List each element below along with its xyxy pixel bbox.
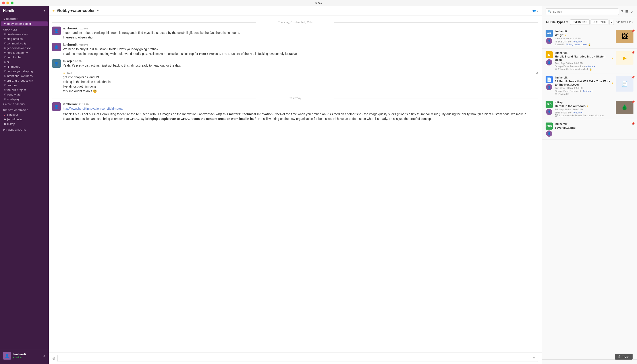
file-author-avatar: 👤 — [546, 84, 552, 90]
search-box[interactable]: 🔍 — [546, 8, 619, 15]
sidebar-item-mikep[interactable]: mikep — [1, 122, 48, 126]
message-content: iamheroik 4:10 PM We need to bury it in … — [63, 43, 538, 56]
file-author: iamheroik — [555, 122, 633, 126]
user-profile-area[interactable]: 👤 iamheroik ● online ▲ — [0, 349, 49, 362]
expand-icon[interactable]: ⤢ — [630, 10, 633, 14]
sidebar-item-blog-articles[interactable]: # blog-articles — [1, 36, 48, 41]
chat-messages: Thursday, October 2nd, 2014 👤 iamheroik … — [49, 16, 542, 352]
sidebar-item-hil[interactable]: # hil — [1, 60, 48, 64]
sidebar-item-label: biz-dev-mastery — [7, 32, 28, 36]
file-actions-link[interactable]: Actions ▾ — [583, 90, 593, 92]
help-icon[interactable]: ? — [621, 10, 623, 14]
sidebar-item-label: heroik-academy — [7, 51, 28, 54]
shared-channel-link[interactable]: #lobby-water-cooler — [566, 43, 587, 46]
channel-dropdown-icon[interactable]: ▼ — [97, 9, 99, 12]
pin-icon: 📌 — [631, 30, 635, 33]
file-actions-link[interactable]: Actions ▾ — [573, 111, 582, 114]
heart-icon: ♥ — [4, 114, 6, 116]
sidebar-item-heroik-mba[interactable]: # heroik-mba — [1, 55, 48, 60]
create-channel-link[interactable]: Create a channel... — [0, 102, 49, 106]
sidebar-item-biz-dev-mastery[interactable]: # biz-dev-mastery — [1, 32, 48, 36]
sidebar-item-honorary-cmdr-prog[interactable]: # honorary-cmdr-prog — [1, 69, 48, 74]
file-item-11-heroik-tools[interactable]: 📄 👤 iamheroik 11 Heroik Tools that Will … — [542, 74, 637, 98]
user-status: ● online — [13, 356, 43, 359]
sidebar-item-heroik-academy[interactable]: # heroik-academy — [1, 50, 48, 55]
add-attachment-button[interactable]: ⊕ — [52, 356, 56, 361]
file-item-heroik-brand-narrative[interactable]: ▶ 👤 iamheroik Heroik Brand Narrative Int… — [542, 49, 637, 74]
filter-more-button[interactable]: ▾ — [609, 20, 614, 25]
maximize-button[interactable] — [11, 2, 14, 4]
message-group-yesterday: 👤 iamheroik 12:24 PM http://www.heroikin… — [52, 102, 538, 121]
filter-everyone-tab[interactable]: EVERYONE — [570, 20, 590, 25]
eye-icon: 👁 — [555, 68, 557, 70]
trash-button[interactable]: 🗑 Trash — [615, 354, 632, 360]
starred-section-label: ★ STARRED — [0, 16, 49, 22]
file-actions-link[interactable]: Actions ▾ — [585, 65, 595, 68]
sidebar-item-intentional-wellness[interactable]: # intentional-wellness — [1, 74, 48, 78]
file-author-avatar: 👤 — [546, 109, 552, 115]
channel-prefix-icon: # — [4, 22, 6, 26]
workspace-header[interactable]: Heroik ▼ — [0, 6, 49, 16]
sidebar: Heroik ▼ ★ STARRED # lobby-water-cooler … — [0, 6, 49, 364]
message-time: 4:02 PM — [79, 27, 88, 30]
file-item-info: iamheroik WF.gif ★ Wed, Oct 1st at 3:35 … — [555, 30, 613, 46]
gif-file-icon: GIF — [546, 30, 553, 37]
sidebar-item-lobby-water-cooler[interactable]: # lobby-water-cooler — [1, 22, 48, 26]
file-shared: Shared in #lobby-water-cooler 🔒 — [555, 43, 613, 46]
file-date: Tue, Sept 30th at 8:06 PM — [555, 62, 613, 64]
title-bar: Slack — [0, 0, 637, 6]
dm-section-label: DIRECT MESSAGES — [0, 106, 49, 112]
message-time: 5:02 PM — [73, 60, 82, 62]
emoji-button[interactable]: ☺ — [532, 356, 536, 360]
sidebar-item-label: org-and-productivity — [7, 79, 33, 82]
file-name: WF.gif — [555, 34, 563, 37]
file-item-wf-gif[interactable]: GIF 👤 iamheroik WF.gif ★ Wed, Oct 1st at… — [542, 27, 637, 49]
close-button[interactable] — [2, 2, 5, 4]
message-link[interactable]: http://www.heroikinnovation.com/field-no… — [63, 106, 538, 111]
file-actions-link[interactable]: Actions ▾ — [573, 40, 582, 43]
file-item-heroik-outdoors[interactable]: JPG 👤 mikep Heroik in the outdoors ★ Fri… — [542, 98, 637, 120]
sidebar-item-org-and-productivity[interactable]: # org-and-productivity — [1, 78, 48, 83]
channel-star-icon[interactable]: ★ — [52, 9, 55, 12]
app-title: Slack — [315, 1, 322, 5]
sidebar-item-get-heroik-website[interactable]: # get-heroik-website — [1, 46, 48, 50]
file-item-info: iamheroik coverart1a.png — [555, 122, 633, 137]
status-dot-away — [4, 118, 6, 120]
minimize-button[interactable] — [7, 2, 9, 4]
workspace-name: Heroik — [3, 9, 14, 13]
file-name: Heroik Brand Narrative Intro - Sketch De… — [555, 55, 610, 62]
sidebar-item-the-ark-project[interactable]: # the-ark-project — [1, 88, 48, 92]
sidebar-item-jschultheiss[interactable]: jschultheiss — [1, 117, 48, 122]
list-icon[interactable]: ☰ — [625, 10, 628, 14]
chat-input[interactable] — [60, 356, 532, 360]
message-group: 👤 iamheroik 4:10 PM We need to bury it i… — [52, 43, 538, 56]
sidebar-item-trend-watch[interactable]: # trend-watch — [1, 92, 48, 97]
file-shared: 💬 1 comment 👁 Private file shared with y… — [555, 114, 613, 117]
file-type-dropdown[interactable]: All File Types ▾ — [546, 20, 568, 24]
filter-just-you-tab[interactable]: JUST YOU — [590, 20, 608, 25]
message-header: iamheroik 4:02 PM — [63, 26, 538, 30]
search-input[interactable] — [553, 10, 616, 13]
add-new-file-button[interactable]: Add New File ▾ — [615, 20, 633, 24]
sidebar-item-label: hil — [7, 60, 10, 64]
user-info: iamheroik ● online — [13, 353, 43, 359]
right-panel: 🔍 ? ☰ ⤢ All File Types ▾ EVERYONE JUST Y… — [542, 6, 637, 364]
sidebar-item-hil-images[interactable]: # hil-images — [1, 64, 48, 69]
message-text: Yeah, it's pretty distracting. I just go… — [63, 63, 538, 68]
sidebar-item-word-play[interactable]: # word-play — [1, 97, 48, 102]
message-author: iamheroik — [63, 26, 78, 30]
sidebar-item-community-city[interactable]: # community-city — [1, 41, 48, 46]
file-meta: 1MB JPEG file · Actions ▾ — [555, 111, 613, 114]
window-controls[interactable] — [2, 2, 14, 4]
file-item-coverart1a[interactable]: PNG 👤 iamheroik coverart1a.png 📌 — [542, 120, 637, 140]
sidebar-item-slackbot[interactable]: ♥ slackbot — [1, 112, 48, 117]
file-panel-controls: All File Types ▾ EVERYONE JUST YOU ▾ Add… — [542, 17, 637, 27]
dropdown-arrow-icon: ▾ — [566, 20, 568, 24]
file-item-info: mikep Heroik in the outdoors ★ Fri, Sept… — [555, 101, 613, 117]
message-text: http://www.heroikinnovation.com/field-no… — [63, 106, 538, 121]
message-text: got into chapter 12 and 13 editing in th… — [63, 75, 538, 94]
workspace-chevron-icon[interactable]: ▼ — [43, 9, 46, 12]
message-gear-icon[interactable]: ⚙ — [535, 71, 538, 74]
sidebar-item-random[interactable]: # random — [1, 83, 48, 88]
message-group: 👤 iamheroik 4:02 PM lmao- random - I kee… — [52, 26, 538, 40]
